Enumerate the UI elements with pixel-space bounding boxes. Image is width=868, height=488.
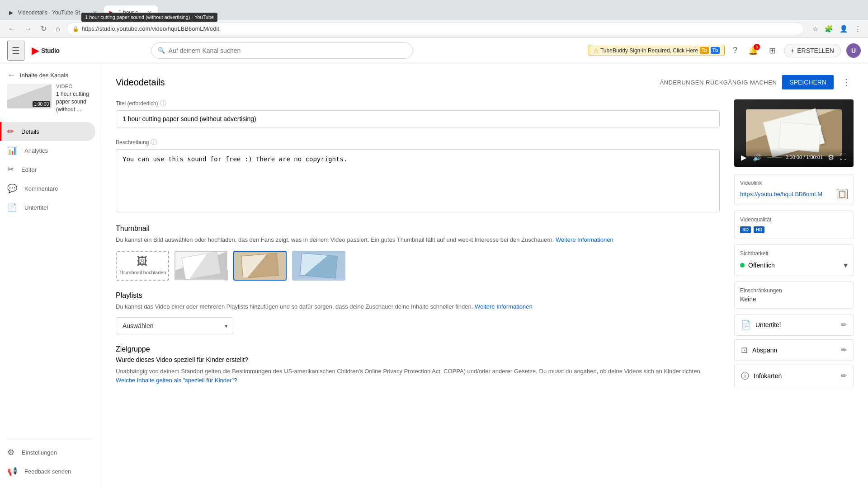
videolink-label: Videolink xyxy=(740,180,848,186)
kommentare-icon: 💬 xyxy=(7,183,17,193)
playlists-desc: Du kannst das Video einer oder mehreren … xyxy=(116,302,720,311)
upload-thumb-label: Thumbnail hochladen xyxy=(118,269,166,276)
audience-title: Zielgruppe xyxy=(116,345,720,353)
left-column: Titel (erforderlich) ⓘ Beschreibung ⓘ xyxy=(116,99,720,395)
url-text: https://studio.youtube.com/video/hquLBB6… xyxy=(82,25,219,32)
create-button[interactable]: + ERSTELLEN xyxy=(784,44,841,57)
tab1-favicon: ▶ xyxy=(9,9,15,16)
page-header: Videodetails ÄNDERUNGEN RÜCKGÄNGIG MACHE… xyxy=(116,74,854,90)
visibility-dropdown-btn[interactable]: ▾ xyxy=(844,260,848,270)
untertitel-icon: 📄 xyxy=(7,202,17,212)
upload-icon: 🖼 xyxy=(137,255,148,267)
quality-badge-hd: HD xyxy=(754,226,764,233)
thumbnail-desc: Du kannst ein Bild auswählen oder hochla… xyxy=(116,235,720,244)
forward-button[interactable]: → xyxy=(22,23,34,35)
infokarten-card-icon: ⓘ xyxy=(741,371,749,381)
einstellungen-icon: ⚙ xyxy=(7,447,14,457)
restrictions-card: Einschränkungen Keine xyxy=(734,282,854,309)
title-field-label: Titel (erforderlich) ⓘ xyxy=(116,99,720,108)
visibility-label: Sichtbarkeit xyxy=(740,250,848,257)
untertitel-card[interactable]: 📄 Untertitel ✏ xyxy=(734,314,854,336)
sidebar-label-details: Details xyxy=(21,128,39,135)
visibility-text: Öffentlich xyxy=(748,262,775,269)
abspann-edit-icon[interactable]: ✏ xyxy=(841,346,847,354)
save-button[interactable]: SPEICHERN xyxy=(782,75,834,89)
untertitel-left: 📄 Untertitel xyxy=(741,320,781,330)
videolink-url[interactable]: https://youtu.be/hquLBB6omLM xyxy=(740,191,822,197)
sidebar-item-untertitel[interactable]: 📄 Untertitel xyxy=(0,198,95,217)
bookmark-icon[interactable]: ☆ xyxy=(811,23,820,34)
profile-icon[interactable]: 👤 xyxy=(838,23,849,34)
audience-link[interactable]: Welche Inhalte gelten als "speziell für … xyxy=(116,377,237,384)
fullscreen-button[interactable]: ⛶ xyxy=(838,152,848,163)
playlists-select[interactable]: Auswählen xyxy=(116,317,233,334)
search-box[interactable]: 🔍 xyxy=(151,42,413,59)
sidebar-item-details[interactable]: ✏ Details xyxy=(0,122,95,141)
audience-question: Wurde dieses Video speziell für Kinder e… xyxy=(116,356,720,363)
quality-badge-sd: SD xyxy=(740,226,751,233)
audience-section: Zielgruppe Wurde dieses Video speziell f… xyxy=(116,345,720,385)
sidebar-bottom: ⚙ Einstellungen 📢 Feedback senden xyxy=(0,426,101,481)
address-bar[interactable]: 🔒 https://studio.youtube.com/video/hquLB… xyxy=(66,23,804,35)
infokarten-card[interactable]: ⓘ Infokarten ✏ xyxy=(734,365,854,387)
abspann-card[interactable]: ⊡ Abspann ✏ xyxy=(734,339,854,361)
description-info-icon[interactable]: ⓘ xyxy=(151,138,157,146)
feedback-icon: 📢 xyxy=(7,466,17,476)
sidebar-item-kommentare[interactable]: 💬 Kommentare xyxy=(0,179,95,198)
settings-button[interactable]: ⚙ xyxy=(826,152,835,163)
video-player[interactable]: ▶ 🔊 0:00:00 / 1:00:01 xyxy=(734,99,854,167)
copy-link-button[interactable]: 📋 xyxy=(837,189,848,199)
title-input[interactable] xyxy=(116,110,720,127)
title-info-icon[interactable]: ⓘ xyxy=(160,99,166,108)
untertitel-edit-icon[interactable]: ✏ xyxy=(841,320,847,329)
sidebar-label-feedback: Feedback senden xyxy=(24,468,71,475)
tab1-title: Videodetails - YouTube Studio xyxy=(18,9,88,16)
page-title: Videodetails xyxy=(116,77,165,88)
thumbnail-option-3[interactable] xyxy=(292,251,345,281)
title-section: Titel (erforderlich) ⓘ xyxy=(116,99,720,127)
thumbnail-title: Thumbnail xyxy=(116,225,720,233)
upload-thumbnail-btn[interactable]: 🖼 Thumbnail hochladen xyxy=(116,251,169,281)
description-textarea[interactable] xyxy=(116,149,720,212)
create-icon: + xyxy=(791,47,794,54)
sidebar-item-editor[interactable]: ✂ Editor xyxy=(0,160,95,179)
reload-button[interactable]: ↻ xyxy=(38,23,49,35)
thumbnail-link[interactable]: Weitere Informationen xyxy=(556,236,613,243)
play-button[interactable]: ▶ xyxy=(740,152,748,163)
thumbnail-options: 🖼 Thumbnail hochladen xyxy=(116,251,720,281)
mute-button[interactable]: 🔊 xyxy=(751,152,763,163)
thumbnail-option-1[interactable] xyxy=(175,251,228,281)
sidebar-item-feedback[interactable]: 📢 Feedback senden xyxy=(0,462,95,481)
sidebar-divider xyxy=(7,439,94,439)
right-column: ▶ 🔊 0:00:00 / 1:00:01 xyxy=(734,99,854,395)
user-avatar[interactable]: U xyxy=(846,43,861,58)
page-actions: ÄNDERUNGEN RÜCKGÄNGIG MACHEN SPEICHERN ⋮ xyxy=(660,74,854,90)
thumbnail-option-2[interactable] xyxy=(233,251,287,281)
tubebuddy-banner[interactable]: ⚠ TubeBuddy Sign-in Required, Click Here… xyxy=(589,45,725,56)
sidebar-item-einstellungen[interactable]: ⚙ Einstellungen xyxy=(0,443,95,462)
back-button[interactable]: ← xyxy=(5,23,18,35)
sidebar-item-analytics[interactable]: 📊 Analytics xyxy=(0,141,95,160)
menu-icon[interactable]: ⋮ xyxy=(853,23,863,34)
notifications-button[interactable]: 🔔 6 xyxy=(745,43,761,58)
visibility-card[interactable]: Sichtbarkeit Öffentlich ▾ xyxy=(734,244,854,276)
sidebar-label-untertitel: Untertitel xyxy=(24,204,48,211)
hamburger-button[interactable]: ☰ xyxy=(7,41,24,61)
sidebar-back-btn[interactable]: ← Inhalte des Kanals xyxy=(0,63,101,84)
help-button[interactable]: ? xyxy=(730,43,740,58)
audience-desc: Unabhängig von deinem Standort gelten di… xyxy=(116,367,720,385)
home-button[interactable]: ⌂ xyxy=(53,23,63,35)
more-options-button[interactable]: ⋮ xyxy=(839,74,854,90)
extension-icon[interactable]: 🧩 xyxy=(823,23,835,34)
tubebuddy-text: TubeBuddy Sign-in Required, Click Here xyxy=(600,47,698,54)
abspann-card-icon: ⊡ xyxy=(741,345,748,355)
apps-button[interactable]: ⊞ xyxy=(766,43,778,58)
search-input[interactable] xyxy=(169,47,406,54)
sidebar-video-name: 1 hour cutting paper sound (without ... xyxy=(56,90,94,113)
progress-bar[interactable] xyxy=(767,157,782,158)
video-player-container: ▶ 🔊 0:00:00 / 1:00:01 xyxy=(734,99,854,167)
undo-button[interactable]: ÄNDERUNGEN RÜCKGÄNGIG MACHEN xyxy=(660,79,777,86)
playlists-link[interactable]: Weitere Informationen xyxy=(475,303,533,310)
yt-logo[interactable]: ▶ Studio xyxy=(32,45,60,56)
infokarten-edit-icon[interactable]: ✏ xyxy=(841,371,847,380)
